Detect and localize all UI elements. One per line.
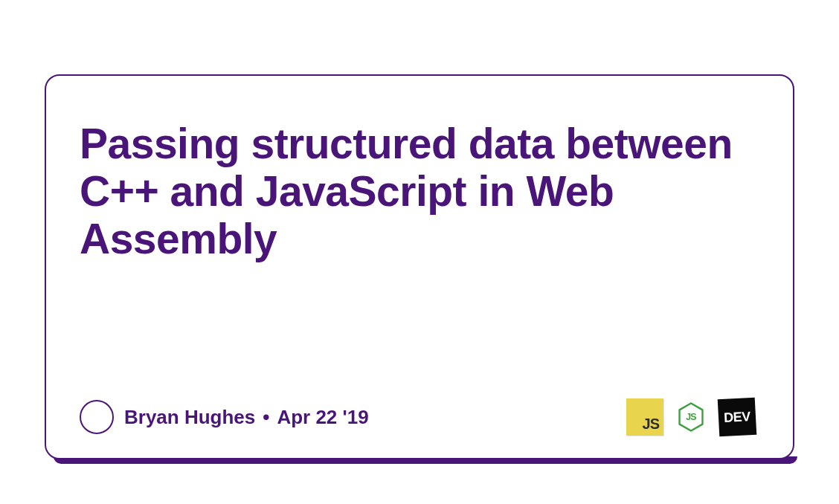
article-card: Passing structured data between C++ and … (45, 74, 794, 459)
js-label: JS (643, 416, 659, 433)
card-footer: Bryan Hughes • Apr 22 '19 JS JS DEV (80, 398, 756, 436)
author-name: Bryan Hughes (124, 406, 255, 429)
article-title: Passing structured data between C++ and … (80, 120, 756, 262)
dev-label: DEV (724, 409, 751, 426)
dev-icon: DEV (718, 398, 757, 437)
avatar (80, 400, 114, 434)
nodejs-icon: JS (672, 398, 710, 436)
author-block: Bryan Hughes • Apr 22 '19 (80, 400, 369, 434)
svg-text:JS: JS (686, 412, 696, 422)
meta-line: Bryan Hughes • Apr 22 '19 (124, 406, 369, 429)
publish-date: Apr 22 '19 (277, 406, 368, 429)
javascript-icon: JS (626, 398, 663, 436)
separator-dot: • (263, 407, 269, 427)
badge-row: JS JS DEV (626, 398, 756, 436)
